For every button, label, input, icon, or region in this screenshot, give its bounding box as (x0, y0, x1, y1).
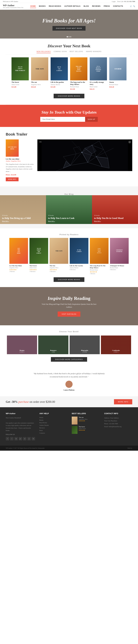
book-card-2: THE SON The son Angelina Olive $10.20 (31, 57, 48, 90)
top-bar-welcome: Welcome to WP-Author (3, 0, 18, 2)
nav-link-author[interactable]: AUTHOR DETAILS (64, 4, 81, 8)
email-input[interactable] (40, 117, 85, 122)
nav-link-blog[interactable]: BLOG (84, 4, 89, 8)
footer-about-text: Non Country Bookshelf Our quality is giv… (6, 416, 35, 432)
choose-label-romance: Romance (100) (38, 350, 68, 353)
book-price-4: $15.99 (70, 88, 88, 90)
social-linkedin[interactable]: in (14, 437, 18, 440)
picked-section: Picked by Readers LETTHESUNSHINE Let The… (0, 228, 138, 287)
book-title-3: Life in the garden (50, 81, 68, 84)
promo-text: Get -30% purchase on order over $200.00 (6, 400, 55, 404)
blog-card-3[interactable]: 30 books to Help You Be in Good Mood Mor… (92, 195, 138, 224)
book-cover-1[interactable]: ALLANGREENTHE FOREST (12, 57, 29, 80)
hero-discover-button[interactable]: DISCOVER YOUR NEXT BOOK (52, 26, 86, 30)
footer-link-home[interactable]: Home (40, 416, 68, 418)
inspire-visit-button[interactable]: VISIT OUR BLOG (58, 312, 80, 317)
nav-right: 🛒 🔍 (130, 5, 135, 7)
footer-link-read-books[interactable]: Read Books (40, 422, 68, 424)
book-cover-2[interactable]: THE SON (31, 57, 48, 80)
picked-author-2: Allan Green (30, 267, 48, 268)
picked-cover-3[interactable]: THE SON (50, 238, 68, 264)
nav-link-contacts[interactable]: CONTACTS (113, 4, 123, 8)
nav-link-books[interactable]: BOOKS (39, 4, 46, 8)
nav-link-read-books[interactable]: READ BOOKS (48, 4, 62, 8)
footer-built-by[interactable]: Built by (128, 447, 132, 449)
tab-new-releases[interactable]: NEW RELEASES (36, 50, 51, 53)
footer-link-press[interactable]: Press (40, 430, 68, 431)
choose-card-romance[interactable]: Romance (100) (38, 336, 68, 354)
social-facebook[interactable]: f (6, 437, 9, 440)
top-bar-login[interactable]: Login (112, 0, 116, 2)
choose-card-cookbooks[interactable]: Cookbooks (1500+) (101, 336, 131, 354)
picked-cover-1[interactable]: LETTHESUNSHINE (9, 238, 28, 264)
hero-dot-1[interactable] (67, 36, 68, 38)
social-twitter[interactable]: t (10, 437, 14, 440)
footer-about-heading: WP-Author (6, 412, 35, 414)
book-cover-3[interactable]: BE INTHEGARDEN (50, 57, 68, 80)
picked-cover-5[interactable]: LONGROADDEEPSILENCE (90, 238, 108, 264)
picked-card-2: ALLANGREENTHEFOREST The Forest Allan Gre… (30, 238, 48, 274)
tab-coming-soon[interactable]: COMING SOON (54, 50, 67, 53)
footer-bestsellers-heading: BEST SELLERS (72, 412, 100, 414)
tab-award-winners[interactable]: AWARD WINNERS (86, 50, 102, 53)
picked-cover-6[interactable]: A BANQUETOF MOUSE (110, 238, 129, 264)
social-youtube[interactable]: yt (23, 437, 26, 440)
choose-card-biography[interactable]: Biography (2 819) (70, 336, 100, 354)
footer-link-contacts[interactable]: Contacts (40, 432, 68, 434)
book-cover-5[interactable]: IT'S AREALLYSTRANGESTORY (90, 57, 107, 80)
discover-more-button[interactable]: DISCOVER MORE BOOKS (54, 94, 84, 98)
picked-reviews-3: 1 Reviews (50, 271, 68, 272)
social-vk[interactable]: vk (32, 437, 35, 440)
blog-card-1[interactable]: 30 books to Help You Bring up a Child Mo… (0, 195, 46, 224)
picked-card-6: A BANQUETOF MOUSE A Banquet Of Mouse Ric… (110, 238, 129, 274)
blog-section: Our Blog 30 books to Help You Bring up a… (0, 186, 138, 228)
hero-section: Find Books for All Ages! DISCOVER YOUR N… (0, 10, 138, 38)
hero-dot-3[interactable] (70, 36, 71, 38)
footer-book-cover-forest[interactable] (72, 426, 78, 434)
book-card-3: BE INTHEGARDEN Life in the garden Antony… (50, 57, 68, 90)
blog-more-1[interactable]: More Info » (2, 220, 44, 222)
book-cover-4[interactable]: THE LONGROADDEEPSILENCE (70, 57, 88, 80)
trailer-more-button[interactable]: MORE INFO (6, 178, 18, 181)
picked-author-3: Angelina Olive (50, 267, 68, 268)
nav-link-home[interactable]: HOME (30, 4, 36, 8)
testimonial-section: "My husband loves books, I think that bo… (0, 367, 138, 396)
picked-cover-4[interactable]: IN THEGARDEN (70, 238, 88, 264)
footer-col-about: WP-Author Non Country Bookshelf Our qual… (6, 412, 35, 440)
footer-col-bestsellers: BEST SELLERS The son Angelina Olive ★★★★… (72, 412, 100, 440)
picked-reviews-6: 0 Reviews (110, 269, 129, 270)
picked-cover-2[interactable]: ALLANGREENTHEFOREST (30, 238, 48, 264)
book-author-2: Angelina Olive (31, 84, 48, 86)
picked-title-3: The Son (50, 265, 68, 267)
choose-section: Choose Your Book! Drama (1500+) Romance … (0, 325, 138, 367)
hero-dot-2[interactable] (68, 36, 70, 38)
blog-card-2[interactable]: 30 books to Help You Learn to Cook More … (46, 195, 92, 224)
book-cover-6[interactable]: STORM (109, 57, 126, 80)
choose-card-drama[interactable]: Drama (1500+) (7, 336, 37, 354)
footer-link-reviews[interactable]: Reviews (40, 427, 68, 429)
trailer-book-title: Let the sun shine (6, 158, 34, 160)
cart-icon[interactable]: 🛒 (130, 5, 132, 7)
blog-more-3[interactable]: More Info » (94, 220, 136, 222)
blog-heading: Our Blog (0, 191, 138, 195)
search-icon[interactable]: 🔍 (133, 5, 135, 7)
footer-link-books[interactable]: Books (40, 419, 68, 421)
footer-help-links: Home Books Read Books Author Details Rev… (40, 416, 68, 434)
discover-heading: Discover Your Next Book (6, 44, 132, 48)
book-price-3: $13.09 (50, 86, 68, 88)
social-googleplus[interactable]: g+ (19, 437, 22, 440)
nav-link-reviews[interactable]: REVIEWS (92, 4, 101, 8)
trailer-video[interactable]: video background website ⤢ ↗ (38, 140, 132, 171)
promo-more-button[interactable]: MORE INFO (114, 399, 132, 404)
footer-book-cover-son[interactable] (72, 416, 78, 424)
choose-more-button[interactable]: DISCOVER MORE CATEGORIES (51, 357, 87, 362)
social-pinterest[interactable]: p (27, 437, 31, 440)
testimonial-quote: "My husband loves books, I think that bo… (33, 372, 105, 378)
blog-more-2[interactable]: More Info » (48, 220, 90, 222)
footer-link-author[interactable]: Author Details (40, 424, 68, 426)
picked-more-button[interactable]: DISCOVER MORE BOOKS (54, 277, 84, 282)
signup-button[interactable]: SIGN UP (85, 117, 98, 122)
nav-link-press[interactable]: PRESS (103, 4, 110, 8)
tab-best-sellers[interactable]: BEST SELLERS (70, 50, 83, 53)
picked-title-5: The Long Road To The Deep Silence (90, 265, 108, 269)
